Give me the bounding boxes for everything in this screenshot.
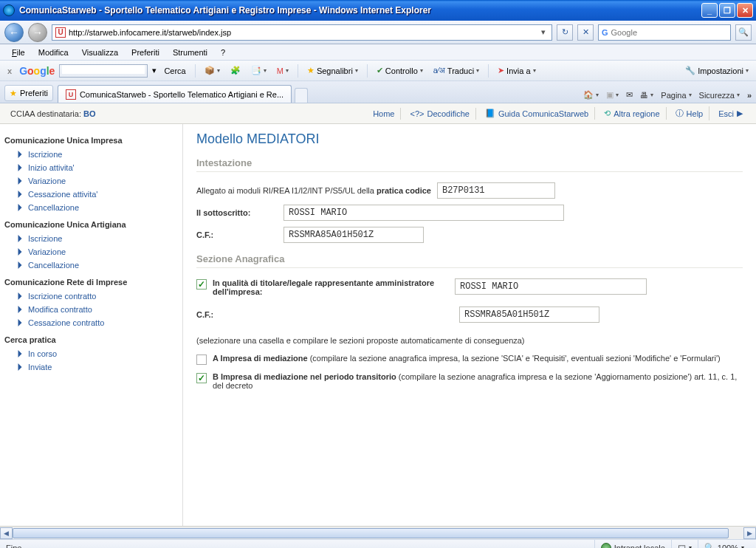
sidebar-item-cancellazione-art[interactable]: Cancellazione xyxy=(4,258,178,272)
cciaa-info: CCIAA destinataria: BO xyxy=(7,109,364,118)
toolbar-btn-2[interactable]: 🧩 xyxy=(227,64,244,77)
spellcheck-button[interactable]: ✔Controllo▾ xyxy=(374,64,426,77)
row-opt-b: ✓ B Impresa di mediazione nel periodo tr… xyxy=(196,372,743,390)
search-go-button[interactable]: 🔍 xyxy=(735,24,752,41)
checkbox-qualita[interactable]: ✓ xyxy=(196,279,207,290)
sidebar-item-iscrizione[interactable]: Iscrizione xyxy=(4,148,178,161)
menu-file[interactable]: File xyxy=(6,47,31,58)
checkbox-opt-a[interactable]: ✓ xyxy=(196,355,207,365)
address-dropdown-icon[interactable]: ▾ xyxy=(538,27,549,37)
google-search-input[interactable] xyxy=(62,65,145,74)
browser-search-input[interactable] xyxy=(611,28,727,37)
google-search-box[interactable] xyxy=(59,64,148,78)
home-button[interactable]: 🏠▾ xyxy=(583,90,599,100)
sidebar-item-variazione-art[interactable]: Variazione xyxy=(4,245,178,258)
sottoscritto-field[interactable]: ROSSI MARIO xyxy=(284,205,564,221)
browser-search-box[interactable]: G xyxy=(598,24,731,41)
sidebar-group-rete: Comunicazione Rete di Imprese xyxy=(4,278,178,287)
scroll-right-button[interactable]: ▶ xyxy=(743,527,756,539)
tools-overflow[interactable]: » xyxy=(747,91,752,100)
bookmarks-button[interactable]: ★Segnalibri▾ xyxy=(304,64,361,77)
window-titlebar: ComunicaStarweb - Sportello Telematico A… xyxy=(0,0,756,21)
home-icon: 🏠 xyxy=(583,90,594,100)
window-minimize-button[interactable]: _ xyxy=(701,3,718,18)
zoom-control[interactable]: 🔍 100% ▾ xyxy=(698,540,750,548)
cerca-button[interactable]: Cerca xyxy=(161,65,188,77)
print-button[interactable]: 🖶▾ xyxy=(640,91,653,100)
menu-tools[interactable]: Strumenti xyxy=(167,47,213,58)
scroll-left-button[interactable]: ◀ xyxy=(0,527,13,539)
app-guida-link[interactable]: 📘Guida ComunicaStarweb xyxy=(479,107,595,120)
scroll-track[interactable] xyxy=(13,527,743,539)
sidebar-item-cancellazione[interactable]: Cancellazione xyxy=(4,201,178,214)
horizontal-scrollbar[interactable]: ◀ ▶ xyxy=(0,526,756,539)
google-logo: Google xyxy=(19,65,55,77)
content-area: Comunicazione Unica Impresa Iscrizione I… xyxy=(0,124,756,526)
separator xyxy=(367,64,368,78)
toolbar-close-button[interactable]: x xyxy=(4,66,15,75)
sidebar-item-iscrizione-art[interactable]: Iscrizione xyxy=(4,232,178,245)
send-to-button[interactable]: ➤Invia a▾ xyxy=(495,64,538,77)
sottoscritto-label: Il sottoscritto: xyxy=(196,208,278,217)
back-button[interactable]: ← xyxy=(4,23,24,42)
security-zone[interactable]: Intranet locale xyxy=(594,540,671,548)
safety-menu[interactable]: Sicurezza▾ xyxy=(699,91,740,100)
app-esci-link[interactable]: Esci ▶ xyxy=(712,107,749,120)
sidebar-item-cessazione-attivita[interactable]: Cessazione attivita' xyxy=(4,188,178,201)
new-tab-button[interactable] xyxy=(295,88,308,103)
sidebar-item-inviate[interactable]: Inviate xyxy=(4,360,178,374)
page-menu[interactable]: Pagina▾ xyxy=(661,91,691,100)
tab-title: ComunicaStarweb - Sportello Telematico A… xyxy=(80,90,284,99)
sidebar-item-variazione[interactable]: Variazione xyxy=(4,174,178,188)
toolbar-btn-3[interactable]: 📑▾ xyxy=(248,64,269,77)
scroll-thumb[interactable] xyxy=(13,528,729,538)
app-home-link[interactable]: Home xyxy=(367,108,401,120)
row-sottoscritto: Il sottoscritto: ROSSI MARIO xyxy=(196,205,743,221)
app-decodifiche-link[interactable]: <?>Decodifiche xyxy=(404,108,475,120)
settings-button[interactable]: 🔧Impostazioni▾ xyxy=(682,64,752,77)
cf2-field[interactable]: RSSMRA85A01H501Z xyxy=(459,306,599,323)
sidebar-item-in-corso[interactable]: In corso xyxy=(4,347,178,360)
sidebar-item-modifica-contratto[interactable]: Modifica contratto xyxy=(4,303,178,316)
app-altra-regione-link[interactable]: ⟲Altra regione xyxy=(598,107,666,120)
favorites-button[interactable]: ★Preferiti xyxy=(4,85,53,101)
google-search-dropdown-icon[interactable]: ▾ xyxy=(152,66,157,75)
cf-field[interactable]: RSSMRA85A01H501Z xyxy=(284,227,424,243)
row-qualita: ✓ In qualità di titolare/legale rapprese… xyxy=(196,278,743,299)
window-maximize-button[interactable]: ❐ xyxy=(719,3,735,18)
menu-edit[interactable]: Modifica xyxy=(32,47,75,58)
book-icon: 📘 xyxy=(485,109,495,118)
window-close-button[interactable]: ✕ xyxy=(737,3,753,18)
sidebar-item-inizio-attivita[interactable]: Inizio attivita' xyxy=(4,161,178,174)
arrow-icon xyxy=(16,363,24,371)
refresh-button[interactable]: ↻ xyxy=(557,24,573,41)
address-bar[interactable]: U ▾ xyxy=(52,24,552,41)
read-mail-button[interactable]: ✉ xyxy=(626,90,633,100)
feeds-button[interactable]: ▣▾ xyxy=(606,90,619,100)
pratica-codice-field[interactable]: B27P0131 xyxy=(437,182,555,199)
qualita-nome-field[interactable]: ROSSI MARIO xyxy=(455,278,647,295)
menu-help[interactable]: ? xyxy=(215,47,231,58)
tab-strip: ★Preferiti U ComunicaStarweb - Sportello… xyxy=(0,81,756,103)
checkbox-opt-b[interactable]: ✓ xyxy=(196,373,207,383)
toolbar-btn-1[interactable]: 📦▾ xyxy=(202,64,223,77)
gmail-button[interactable]: M▾ xyxy=(274,65,292,77)
row-allegato: Allegato ai moduli RI/REA I1/I2/INT P/S5… xyxy=(196,182,743,199)
sidebar-item-cessazione-contratto[interactable]: Cessazione contratto xyxy=(4,316,178,329)
arrow-icon xyxy=(16,292,24,300)
address-input[interactable] xyxy=(69,28,538,37)
sidebar-group-impresa: Comunicazione Unica Impresa xyxy=(4,136,178,145)
sidebar-group-cerca: Cerca pratica xyxy=(4,335,178,344)
menu-favorites[interactable]: Preferiti xyxy=(126,47,165,58)
menu-view[interactable]: Visualizza xyxy=(76,47,124,58)
translate-button[interactable]: a⁄अTraduci▾ xyxy=(430,64,482,77)
forward-button[interactable]: → xyxy=(28,23,47,42)
sidebar-item-iscrizione-contratto[interactable]: Iscrizione contratto xyxy=(4,290,178,303)
browser-tab[interactable]: U ComunicaStarweb - Sportello Telematico… xyxy=(58,85,292,103)
main-panel: Modello MEDIATORI Intestazione Allegato … xyxy=(183,124,756,526)
separator xyxy=(488,64,489,78)
stop-button[interactable]: ✕ xyxy=(577,24,594,41)
app-help-link[interactable]: ⓘHelp xyxy=(670,106,710,120)
app-toolbar: CCIAA destinataria: BO Home <?>Decodific… xyxy=(0,103,756,124)
protected-mode-icon[interactable]: 🛡▾ xyxy=(671,540,698,548)
